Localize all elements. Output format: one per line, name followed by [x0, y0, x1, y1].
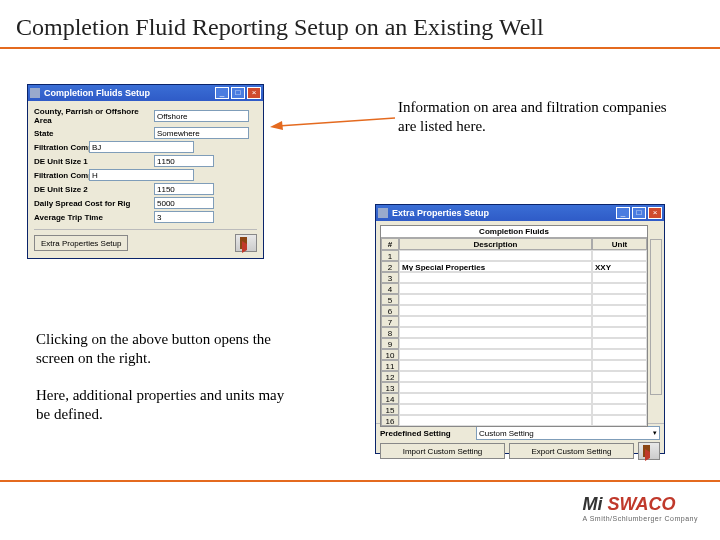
row-num: 6: [381, 305, 399, 316]
row-num: 11: [381, 360, 399, 371]
row-num: 8: [381, 327, 399, 338]
input-dailycost[interactable]: 5000: [154, 197, 214, 209]
logo-text-1: Mi: [582, 494, 602, 514]
cell-desc[interactable]: [399, 250, 592, 261]
svg-line-0: [278, 118, 395, 126]
col-desc: Description: [399, 238, 592, 250]
grid: Completion Fluids # Description Unit 12M…: [380, 225, 648, 427]
cell-desc[interactable]: [399, 393, 592, 404]
row-num: 12: [381, 371, 399, 382]
row-num: 13: [381, 382, 399, 393]
cell-desc[interactable]: [399, 305, 592, 316]
extra-properties-setup-button[interactable]: Extra Properties Setup: [34, 235, 128, 251]
input-area[interactable]: Offshore: [154, 110, 249, 122]
input-unit1[interactable]: 1150: [154, 155, 214, 167]
form-body-1: County, Parrish or Offshore AreaOffshore…: [28, 101, 263, 258]
cell-desc[interactable]: [399, 283, 592, 294]
cell-unit[interactable]: [592, 404, 647, 415]
exit-icon-2[interactable]: [638, 442, 660, 460]
col-num: #: [381, 238, 399, 250]
cell-unit[interactable]: XXY: [592, 261, 647, 272]
minimize-button-2[interactable]: _: [616, 207, 630, 219]
cell-desc[interactable]: [399, 371, 592, 382]
window-extra-properties-setup: Extra Properties Setup _ □ × Completion …: [375, 204, 665, 454]
grid-section-title: Completion Fluids: [381, 226, 647, 238]
row-num: 14: [381, 393, 399, 404]
input-filtco1[interactable]: BJ: [89, 141, 194, 153]
cell-unit[interactable]: [592, 382, 647, 393]
logo-subtext: A Smith/Schlumberger Company: [582, 515, 698, 522]
col-unit: Unit: [592, 238, 647, 250]
label-unit2: DE Unit Size 2: [34, 185, 154, 194]
maximize-button-2[interactable]: □: [632, 207, 646, 219]
cell-desc[interactable]: My Special Properties: [399, 261, 592, 272]
cell-desc[interactable]: [399, 404, 592, 415]
cell-unit[interactable]: [592, 415, 647, 426]
label-area: County, Parrish or Offshore Area: [34, 107, 154, 125]
cell-desc[interactable]: [399, 327, 592, 338]
window-completion-fluids-setup: Completion Fluids Setup _ □ × County, Pa…: [27, 84, 264, 259]
divider-top: [0, 47, 720, 49]
row-num: 4: [381, 283, 399, 294]
row-num: 3: [381, 272, 399, 283]
exit-icon[interactable]: [235, 234, 257, 252]
cell-unit[interactable]: [592, 283, 647, 294]
row-num: 1: [381, 250, 399, 261]
close-button-2[interactable]: ×: [648, 207, 662, 219]
cell-desc[interactable]: [399, 382, 592, 393]
cell-desc[interactable]: [399, 360, 592, 371]
row-num: 2: [381, 261, 399, 272]
label-state: State: [34, 129, 154, 138]
titlebar-1[interactable]: Completion Fluids Setup _ □ ×: [28, 85, 263, 101]
label-triptime: Average Trip Time: [34, 213, 154, 222]
cell-desc[interactable]: [399, 349, 592, 360]
app-icon: [30, 88, 40, 98]
minimize-button[interactable]: _: [215, 87, 229, 99]
cell-unit[interactable]: [592, 360, 647, 371]
row-num: 7: [381, 316, 399, 327]
row-num: 10: [381, 349, 399, 360]
window-title-2: Extra Properties Setup: [392, 208, 614, 218]
input-triptime[interactable]: 3: [154, 211, 214, 223]
cell-unit[interactable]: [592, 393, 647, 404]
cell-desc[interactable]: [399, 272, 592, 283]
cell-unit[interactable]: [592, 349, 647, 360]
cell-desc[interactable]: [399, 415, 592, 426]
row-num: 15: [381, 404, 399, 415]
export-custom-setting-button[interactable]: Export Custom Setting: [509, 443, 634, 459]
cell-desc[interactable]: [399, 338, 592, 349]
cell-unit[interactable]: [592, 305, 647, 316]
cell-desc[interactable]: [399, 294, 592, 305]
app-icon-2: [378, 208, 388, 218]
logo: Mi SWACO A Smith/Schlumberger Company: [582, 494, 698, 522]
slide-title: Completion Fluid Reporting Setup on an E…: [0, 0, 720, 47]
label-dailycost: Daily Spread Cost for Rig: [34, 199, 154, 208]
svg-marker-1: [270, 121, 283, 130]
cell-unit[interactable]: [592, 272, 647, 283]
maximize-button[interactable]: □: [231, 87, 245, 99]
input-state[interactable]: Somewhere: [154, 127, 249, 139]
cell-unit[interactable]: [592, 338, 647, 349]
cell-unit[interactable]: [592, 294, 647, 305]
window-title-1: Completion Fluids Setup: [44, 88, 213, 98]
close-button[interactable]: ×: [247, 87, 261, 99]
titlebar-2[interactable]: Extra Properties Setup _ □ ×: [376, 205, 664, 221]
annotation-additional-props: Here, additional properties and units ma…: [36, 386, 296, 424]
cell-unit[interactable]: [592, 327, 647, 338]
annotation-area-info: Information on area and filtration compa…: [398, 98, 678, 136]
import-custom-setting-button[interactable]: Import Custom Setting: [380, 443, 505, 459]
label-unit1: DE Unit Size 1: [34, 157, 154, 166]
cell-unit[interactable]: [592, 371, 647, 382]
cell-desc[interactable]: [399, 316, 592, 327]
scrollbar[interactable]: [650, 239, 662, 395]
divider-bottom: [0, 480, 720, 482]
arrow-left: [270, 108, 400, 136]
annotation-click-button: Clicking on the above button opens the s…: [36, 330, 296, 368]
predefined-setting-dropdown[interactable]: Custom Setting: [476, 426, 660, 440]
input-filtco2[interactable]: H: [89, 169, 194, 181]
row-num: 16: [381, 415, 399, 426]
cell-unit[interactable]: [592, 316, 647, 327]
input-unit2[interactable]: 1150: [154, 183, 214, 195]
predefined-label: Predefined Setting: [380, 429, 470, 438]
cell-unit[interactable]: [592, 250, 647, 261]
